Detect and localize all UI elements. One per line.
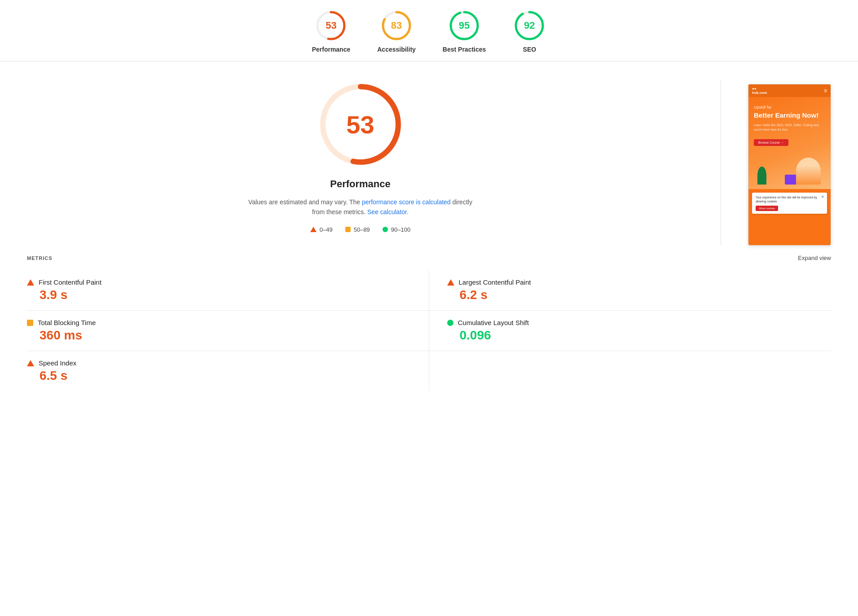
vertical-divider [721,79,721,246]
si-value: 6.5 s [40,369,411,383]
main-content: 53 Performance Values are estimated and … [0,62,858,255]
si-name: Speed Index [39,359,76,367]
person-illustration [796,158,821,185]
expand-view-button[interactable]: Expand view [798,255,831,261]
plant-illustration [757,167,766,185]
metrics-title: METRICS [27,255,53,261]
performance-label: Performance [312,46,351,53]
lcp-name: Largest Contentful Paint [459,278,531,286]
best-practices-score-number: 95 [459,20,470,31]
fcp-status-icon [27,279,34,286]
big-score-title: Performance [330,178,391,190]
topbar-menu-icon: ≡ [824,88,827,94]
score-circle-best-practices: 95 [448,9,481,42]
score-item-accessibility[interactable]: 83 Accessibility [377,9,416,53]
metrics-grid: First Contentful Paint 3.9 s Largest Con… [27,270,831,391]
metric-si: Speed Index 6.5 s [27,351,429,391]
right-panel: ●●hub.com ≡ Upskill for Better Earning N… [748,79,831,246]
metric-fcp-header: First Contentful Paint [27,278,411,286]
topbar-logo: ●●hub.com [752,87,767,95]
cookie-section: ✕ Your experience on this site will be i… [748,189,831,214]
hero-cta-button: Browse Course → [754,139,788,146]
metric-lcp: Largest Contentful Paint 6.2 s [429,270,832,311]
metric-lcp-header: Largest Contentful Paint [447,278,832,286]
cls-value: 0.096 [460,328,832,343]
lcp-status-icon [447,279,454,286]
tbt-name: Total Blocking Time [38,319,96,326]
metric-tbt-header: Total Blocking Time [27,319,411,326]
cookie-text: Your experience on this site will be imp… [756,195,823,203]
score-item-performance[interactable]: 53 Performance [312,9,351,53]
fcp-name: First Contentful Paint [39,278,101,286]
best-practices-label: Best Practices [443,46,486,53]
metrics-section: METRICS Expand view First Contentful Pai… [0,255,858,409]
accessibility-score-number: 83 [391,20,402,31]
legend: 0–49 50–89 90–100 [310,226,410,233]
metric-si-header: Speed Index [27,359,411,367]
poor-range: 0–49 [320,226,333,233]
tbt-status-icon [27,320,33,326]
legend-poor: 0–49 [310,226,333,233]
seo-label: SEO [523,46,537,53]
perf-score-link[interactable]: performance score is calculated [362,198,451,206]
accessibility-label: Accessibility [377,46,416,53]
si-status-icon [27,360,34,366]
good-range: 90–100 [391,226,410,233]
score-header: 53 Performance 83 Accessibility 95 Best … [0,0,858,62]
metric-cls-header: Cumulative Layout Shift [447,319,832,326]
cookie-allow-button: Allow cookies [756,206,778,211]
score-circle-accessibility: 83 [380,9,413,42]
score-circle-seo: 92 [513,9,546,42]
score-item-best-practices[interactable]: 95 Best Practices [443,9,486,53]
tbt-value: 360 ms [40,328,411,343]
cls-status-icon [447,320,453,326]
legend-good: 90–100 [383,226,410,233]
metric-fcp: First Contentful Paint 3.9 s [27,270,429,311]
screenshot-preview: ●●hub.com ≡ Upskill for Better Earning N… [748,84,831,246]
fcp-value: 3.9 s [40,288,411,302]
left-panel: 53 Performance Values are estimated and … [27,79,694,246]
medium-icon [345,227,351,232]
hero-title: Better Earning Now! [754,111,825,119]
calc-link[interactable]: See calculator. [367,208,409,216]
metric-tbt: Total Blocking Time 360 ms [27,311,429,351]
hero-illustration [754,153,825,185]
score-item-seo[interactable]: 92 SEO [513,9,546,53]
metrics-header: METRICS Expand view [27,255,831,261]
medium-range: 50–89 [354,226,370,233]
desc-before: Values are estimated and may vary. The [248,198,362,206]
seo-score-number: 92 [524,20,535,31]
score-description: Values are estimated and may vary. The p… [248,197,473,217]
screenshot-hero: Upskill for Better Earning Now! Learn Sk… [748,97,831,189]
metric-cls: Cumulative Layout Shift 0.096 [429,311,832,351]
good-icon [383,227,388,232]
metric-empty [429,351,832,391]
lcp-value: 6.2 s [460,288,832,302]
screenshot-topbar: ●●hub.com ≡ [748,84,831,97]
cls-name: Cumulative Layout Shift [458,319,529,326]
performance-score-number: 53 [326,20,336,31]
hero-subtitle: Upskill for [754,105,825,110]
cookie-close-icon: ✕ [821,194,824,199]
cookie-banner: ✕ Your experience on this site will be i… [752,193,827,214]
hero-desc: Learn Skills like SEO, SEM, SMM, Coding … [754,123,825,132]
poor-icon [310,227,317,232]
big-score-gauge: 53 [316,79,405,169]
big-score-number: 53 [346,110,374,139]
legend-medium: 50–89 [345,226,370,233]
score-circle-performance: 53 [314,9,348,42]
